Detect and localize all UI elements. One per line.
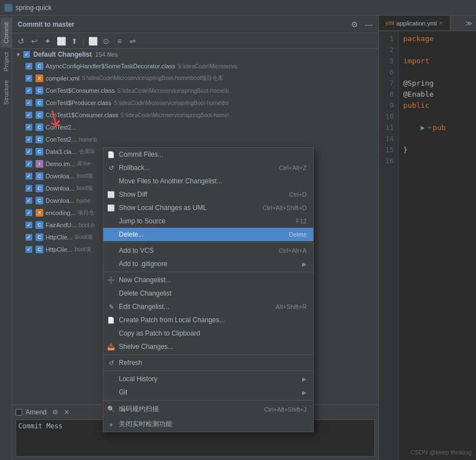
file-checkbox[interactable] <box>26 209 32 216</box>
file-checkbox[interactable] <box>26 87 32 94</box>
ctx-label: Jump to Source <box>119 217 166 225</box>
undo-button[interactable]: ↩ <box>29 36 40 47</box>
ctx-arrow-icon: ▶ <box>302 389 307 396</box>
ctx-git[interactable]: Git ▶ <box>103 386 313 399</box>
ctx-label: Create Patch from Local Changes... <box>119 316 225 324</box>
title-bar: spring-quick <box>0 0 476 16</box>
clear-icon[interactable]: ✕ <box>64 408 69 416</box>
commit-header: Commit to master ⚙ — <box>12 16 378 33</box>
ctx-edit-changelist[interactable]: ✎ Edit Changelist... Alt+Shift+R <box>103 300 313 313</box>
ctx-label: 关闭实时检测功能 <box>119 419 172 429</box>
ctx-label: Refresh <box>119 359 142 367</box>
ctx-separator <box>103 272 313 272</box>
file-checkbox[interactable] <box>26 197 32 204</box>
file-checkbox[interactable] <box>26 124 32 131</box>
ctx-commit-files[interactable]: 📄 Commit Files... <box>103 148 313 161</box>
ctx-new-icon: ➕ <box>107 276 116 284</box>
file-checkbox[interactable] <box>26 136 32 143</box>
group-button[interactable]: ≡ <box>114 36 125 47</box>
ctx-label: Move Files to Another Changelist... <box>119 177 222 185</box>
file-checkbox[interactable] <box>26 246 32 253</box>
file-path: S:\ideaCode\Microservice\springBoot-home… <box>121 112 229 118</box>
ctx-commit-icon: 📄 <box>107 150 116 159</box>
ctx-copy-patch[interactable]: Copy as Patch to Clipboard <box>103 327 313 340</box>
watermark: CSDN @keep thinking <box>410 449 472 456</box>
file-path: 项目仓 <box>78 209 94 217</box>
file-checkbox[interactable] <box>26 99 32 106</box>
changelist-name: Default Changelist <box>33 51 92 58</box>
ctx-rollback[interactable]: ↺ Rollback... Ctrl+Alt+Z <box>103 161 313 174</box>
ctx-jump-to-source[interactable]: Jump to Source F12 <box>103 214 313 228</box>
file-type-icon: C <box>36 246 43 253</box>
ctx-create-patch[interactable]: 📄 Create Patch from Local Changes... <box>103 313 313 327</box>
more-tabs-icon[interactable]: ≫ <box>465 19 476 27</box>
sort-button[interactable]: ⇌ <box>127 36 138 47</box>
list-item[interactable]: X compiler.xml S:\ideaCode\Microservice\… <box>12 72 378 84</box>
ctx-shelve[interactable]: 📥 Shelve Changes... <box>103 340 313 353</box>
ctx-new-changelist[interactable]: ➕ New Changelist... <box>103 273 313 287</box>
ctx-separator <box>103 400 313 401</box>
ctx-separator <box>103 354 313 355</box>
ctx-code-scan[interactable]: 🔍 编码规约扫描 Ctrl+Alt+Shift+J <box>103 402 313 417</box>
file-name: ConTest1$Consumer.class <box>46 112 118 118</box>
search-button[interactable]: ⊙ <box>101 36 112 47</box>
ctx-delete[interactable]: Delete... Delete <box>103 228 313 241</box>
ctx-move-files[interactable]: Move Files to Another Changelist... <box>103 174 313 188</box>
file-checkbox[interactable] <box>26 173 32 179</box>
minimize-icon[interactable]: — <box>365 20 373 29</box>
ctx-uml-icon: ⬜ <box>107 203 116 212</box>
ctx-add-to-vcs[interactable]: Add to VCS Ctrl+Alt+A <box>103 244 313 257</box>
code-line <box>403 67 472 78</box>
file-checkbox[interactable] <box>26 234 32 241</box>
file-checkbox[interactable] <box>26 112 32 118</box>
push-button[interactable]: ⬆ <box>69 36 80 47</box>
list-item[interactable]: C ConTest1$Consumer.class S:\ideaCode\Mi… <box>12 109 378 121</box>
commit-button[interactable]: ⬜ <box>56 36 67 47</box>
ctx-close-detect[interactable]: ● 关闭实时检测功能 <box>103 417 313 432</box>
ctx-show-diff[interactable]: ⬜ Show Diff Ctrl+D <box>103 188 313 201</box>
file-checkbox[interactable] <box>26 63 32 69</box>
file-checkbox[interactable] <box>26 185 32 192</box>
settings-icon[interactable]: ⚙ <box>351 20 358 29</box>
diff-button[interactable]: ⬜ <box>87 36 98 47</box>
file-name: HttpClie... <box>46 246 72 253</box>
ctx-local-history[interactable]: Local History ▶ <box>103 372 313 386</box>
ctx-add-to-gitignore[interactable]: Add to .gitignore ▶ <box>103 257 313 271</box>
add-button[interactable]: ✦ <box>42 36 53 47</box>
tab-close-icon[interactable]: ✕ <box>439 20 443 26</box>
ctx-detect-icon: ● <box>107 420 116 429</box>
file-type-icon: C <box>36 221 43 229</box>
refresh-button[interactable]: ↺ <box>16 36 27 47</box>
file-type-icon: X <box>36 209 43 217</box>
sidebar-item-project[interactable]: Project <box>1 48 12 76</box>
file-checkbox[interactable] <box>26 222 32 228</box>
file-name: HttpClie... <box>46 234 72 241</box>
file-checkbox[interactable] <box>26 75 32 82</box>
code-line: @Enable <box>403 89 472 100</box>
sidebar-item-commit[interactable]: Commit <box>1 18 12 48</box>
list-item[interactable]: C ConTest$Producer.class S:\ideaCode\Mic… <box>12 97 378 109</box>
ctx-shortcut: Ctrl+D <box>289 191 307 198</box>
file-checkbox[interactable] <box>26 148 32 155</box>
ctx-edit-icon: ✎ <box>107 302 116 311</box>
ctx-label: New Changelist... <box>119 276 171 284</box>
ctx-refresh[interactable]: ↺ Refresh <box>103 356 313 369</box>
changelist-checkbox[interactable] <box>23 51 30 58</box>
tab-application-yml[interactable]: yml application.yml ✕ <box>379 16 450 31</box>
code-line: package <box>403 33 472 44</box>
list-item[interactable]: C ConTest2... <box>12 121 378 133</box>
ctx-show-local-uml[interactable]: ⬜ Show Local Changes as UML Ctrl+Alt+Shi… <box>103 201 313 214</box>
file-name: ConTest2... <box>46 124 77 131</box>
settings-gear-icon[interactable]: ⚙ <box>52 408 58 416</box>
file-type-icon: C <box>36 172 43 180</box>
changelist-header[interactable]: ▼ Default Changelist 154 files <box>12 49 378 60</box>
ctx-shortcut: Ctrl+Alt+Shift+J <box>264 406 307 413</box>
amend-checkbox[interactable] <box>16 409 22 416</box>
list-item[interactable]: C ConTest2... home\b <box>12 133 378 146</box>
ctx-delete-changelist[interactable]: Delete Changelist <box>103 287 313 300</box>
sidebar-item-structure[interactable]: Structure <box>1 76 12 109</box>
file-type-icon: C <box>36 148 43 156</box>
list-item[interactable]: C AsyncConfigHandler$SomeTaskDecorator.c… <box>12 60 378 72</box>
list-item[interactable]: C ConTest$Consumer.class S:\ideaCode\Mic… <box>12 84 378 97</box>
file-checkbox[interactable] <box>26 161 32 167</box>
